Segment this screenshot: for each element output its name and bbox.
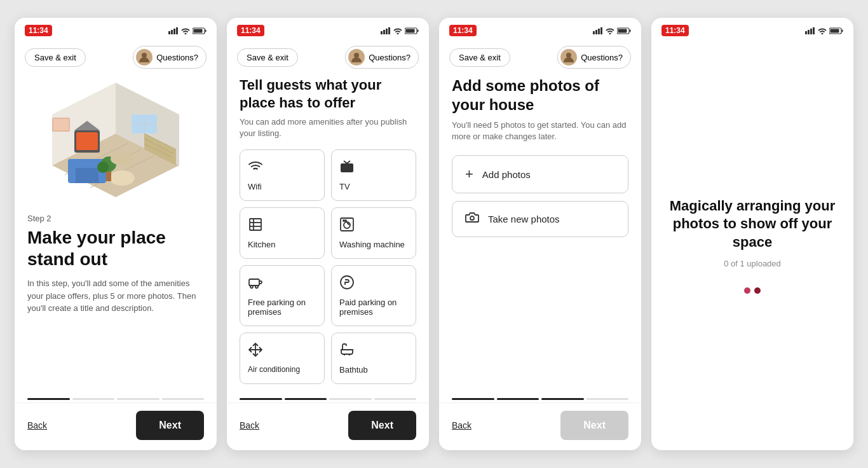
status-icons-4	[805, 27, 843, 34]
svg-point-54	[255, 286, 258, 288]
wifi-status-icon-4	[818, 27, 827, 34]
avatar-2	[348, 49, 365, 65]
svg-point-7	[142, 53, 147, 58]
avatar-3	[560, 49, 577, 65]
step-label-1: Step 2	[27, 214, 204, 223]
header-1: Save & exit Questions?	[15, 41, 217, 76]
svg-rect-74	[831, 29, 839, 32]
screen-3: 11:34 Save & exit Questions? Add some ph…	[439, 18, 641, 450]
progress-seg-2b	[285, 398, 327, 400]
back-btn-2[interactable]: Back	[240, 420, 259, 430]
screen3-content: Add some photos of your house You'll nee…	[439, 76, 641, 398]
dot-1	[744, 287, 750, 294]
progress-seg-2a	[240, 398, 282, 400]
svg-point-42	[354, 53, 359, 58]
house-illustration	[33, 76, 198, 203]
amenity-free-parking[interactable]: Free parking on premises	[240, 265, 325, 326]
progress-seg-2d	[374, 398, 417, 400]
progress-seg-1d	[162, 398, 205, 400]
avatar-1	[136, 49, 153, 65]
battery-icon-1	[193, 27, 207, 34]
screen-4: 11:34 Magically arranging your photos to…	[651, 18, 853, 450]
svg-rect-43	[341, 163, 353, 172]
screen4-content: Magically arranging your photos to show …	[651, 41, 853, 450]
svg-rect-71	[813, 27, 815, 34]
svg-point-31	[97, 162, 109, 173]
status-bar-2: 11:34	[227, 18, 429, 41]
svg-rect-2	[173, 29, 175, 34]
camera-icon	[465, 212, 479, 226]
amenity-wifi[interactable]: Wifi	[240, 149, 325, 201]
dot-2	[754, 287, 761, 294]
signal-icon-1	[168, 27, 179, 34]
screen1-title: Make your place stand out	[27, 227, 204, 270]
status-time-3: 11:34	[449, 25, 477, 36]
progress-seg-1b	[72, 398, 115, 400]
status-time-4: 11:34	[661, 25, 689, 36]
questions-btn-1[interactable]: Questions?	[133, 46, 207, 69]
amenity-wifi-label: Wifi	[248, 182, 316, 191]
save-exit-btn-3[interactable]: Save & exit	[449, 48, 510, 67]
next-btn-1[interactable]: Next	[136, 411, 204, 440]
svg-rect-68	[805, 31, 807, 34]
svg-rect-33	[53, 119, 69, 130]
kitchen-icon	[248, 217, 316, 235]
svg-rect-70	[810, 29, 812, 34]
signal-icon-4	[805, 27, 815, 34]
screen2-subtitle: You can add more amenities after you pub…	[240, 116, 416, 139]
svg-point-67	[470, 216, 474, 220]
svg-rect-62	[600, 27, 602, 34]
amenity-free-parking-label: Free parking on premises	[248, 298, 316, 317]
svg-rect-60	[595, 30, 597, 34]
amenities-grid: Wifi TV Kitchen	[240, 149, 416, 384]
svg-rect-6	[194, 29, 203, 32]
amenity-paid-parking-label: Paid parking on premises	[339, 298, 408, 317]
screen-2: 11:34 Save & exit Questions? Tell guests…	[227, 18, 429, 450]
svg-rect-24	[76, 132, 98, 150]
header-3: Save & exit Questions?	[439, 41, 641, 76]
plus-icon: +	[465, 166, 473, 182]
amenity-washing[interactable]: Washing machine	[331, 207, 416, 259]
amenity-kitchen[interactable]: Kitchen	[240, 207, 325, 259]
next-btn-3[interactable]: Next	[560, 411, 628, 440]
progress-seg-3a	[452, 398, 494, 400]
screen-1: 11:34 Save & exit Questions?	[15, 18, 217, 450]
amenity-paid-parking[interactable]: Paid parking on premises	[331, 265, 416, 326]
back-btn-1[interactable]: Back	[27, 420, 47, 430]
take-photos-btn[interactable]: Take new photos	[452, 201, 628, 237]
add-photos-label: Add photos	[482, 169, 531, 180]
amenity-ac[interactable]: Air conditioning	[240, 333, 325, 384]
wifi-icon	[248, 159, 316, 177]
svg-point-53	[250, 286, 253, 288]
status-time-1: 11:34	[25, 25, 52, 36]
header-2: Save & exit Questions?	[227, 41, 429, 76]
next-btn-2[interactable]: Next	[348, 411, 416, 440]
svg-rect-52	[249, 279, 259, 286]
snow-icon	[248, 342, 316, 360]
svg-rect-64	[630, 29, 631, 32]
back-btn-3[interactable]: Back	[452, 420, 471, 430]
progress-seg-2c	[329, 398, 372, 400]
footer-3: Back Next	[439, 403, 641, 450]
questions-btn-3[interactable]: Questions?	[557, 46, 631, 69]
progress-bar-1	[15, 398, 217, 403]
screen1-content: Step 2 Make your place stand out In this…	[15, 76, 217, 398]
washing-machine-icon	[339, 217, 408, 235]
progress-seg-1c	[117, 398, 159, 400]
signal-icon-2	[381, 27, 391, 34]
questions-btn-2[interactable]: Questions?	[345, 46, 419, 69]
add-photos-btn[interactable]: + Add photos	[452, 155, 628, 193]
screens-container: 11:34 Save & exit Questions?	[15, 18, 853, 450]
svg-point-22	[109, 170, 135, 186]
wifi-status-icon-1	[181, 27, 190, 34]
svg-rect-73	[842, 29, 843, 32]
save-exit-btn-1[interactable]: Save & exit	[25, 48, 86, 67]
amenity-washing-label: Washing machine	[339, 240, 408, 249]
progress-seg-3c	[541, 398, 584, 400]
amenity-tv[interactable]: TV	[331, 149, 416, 201]
progress-bar-2	[227, 398, 429, 403]
amenity-bathtub[interactable]: Bathtub	[331, 333, 416, 384]
wifi-status-icon-2	[393, 27, 402, 34]
save-exit-btn-2[interactable]: Save & exit	[237, 48, 298, 67]
questions-label-1: Questions?	[156, 53, 198, 62]
